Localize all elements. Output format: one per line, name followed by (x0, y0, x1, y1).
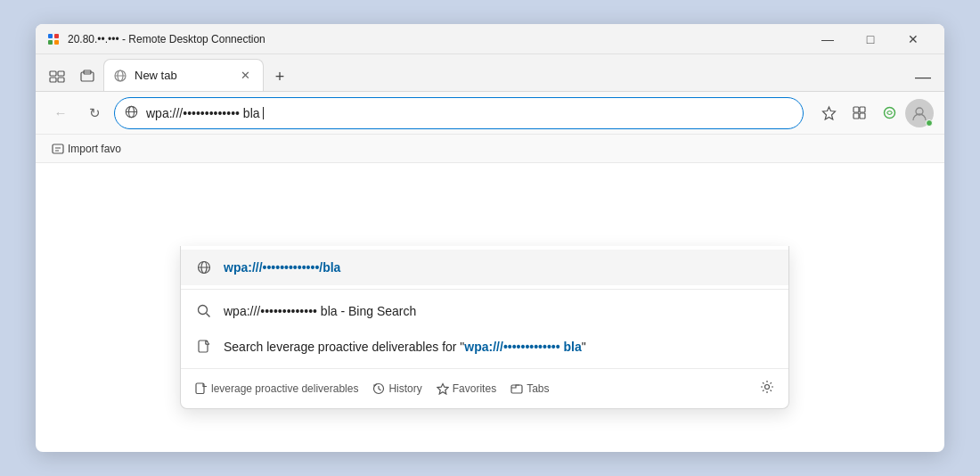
content-wrapper: wpa:///•••••••••••••/bla wpa:///••••••••… (36, 163, 944, 452)
sync-button[interactable] (875, 99, 903, 127)
autocomplete-item-leverage[interactable]: Search leverage proactive deliverables f… (181, 329, 788, 365)
tab-group-icon-1[interactable] (43, 62, 71, 91)
nav-bar: ← ↻ wpa:///••••••••••••• bla (36, 92, 944, 135)
svg-rect-1 (54, 34, 59, 38)
minimize-button[interactable]: — (807, 27, 848, 52)
ac-search-icon (195, 302, 213, 320)
svg-rect-19 (853, 113, 859, 119)
address-cursor (263, 107, 265, 119)
favorites-bar: Import favo (36, 135, 944, 163)
ac-url-strong: wpa:///•••••••••••••/bla (224, 260, 340, 275)
footer-tabs-item[interactable]: Tabs (510, 382, 549, 395)
svg-rect-17 (853, 107, 859, 112)
svg-rect-7 (58, 78, 64, 82)
svg-rect-4 (50, 71, 56, 76)
tab-label: New tab (135, 69, 229, 82)
footer-tabs-label: Tabs (527, 382, 549, 395)
browser-window: 20.80.••.••• - Remote Desktop Connection… (36, 24, 944, 452)
collections-button[interactable] (845, 99, 873, 127)
address-value: wpa:///••••••••••••• bla (146, 106, 260, 120)
new-tab-button[interactable]: + (265, 62, 294, 91)
profile-wrap (905, 99, 934, 127)
ac-search-text: wpa:///••••••••••••• bla - Bing Search (224, 304, 774, 318)
fav-import-label: Import favo (68, 143, 121, 155)
svg-rect-37 (511, 385, 522, 393)
maximize-button[interactable]: □ (850, 27, 891, 52)
ac-leverage-suffix: " (582, 340, 586, 354)
back-button[interactable]: ← (46, 99, 75, 127)
active-tab[interactable]: New tab ✕ (103, 59, 264, 91)
svg-rect-20 (860, 113, 865, 119)
footer-history-item[interactable]: History (372, 382, 421, 395)
svg-rect-18 (860, 107, 865, 112)
svg-rect-5 (58, 71, 64, 76)
address-text: wpa:///••••••••••••• bla (146, 106, 264, 120)
ac-leverage-prefix: Search leverage proactive deliverables f… (224, 340, 464, 354)
title-bar-app-icon (46, 32, 61, 46)
svg-point-29 (199, 306, 208, 315)
autocomplete-footer: leverage proactive deliverables History (181, 373, 788, 405)
ac-leverage-text: Search leverage proactive deliverables f… (224, 340, 774, 354)
autocomplete-dropdown: wpa:///•••••••••••••/bla wpa:///••••••••… (180, 246, 789, 409)
footer-favorites-label: Favorites (453, 382, 496, 395)
ac-url-text: wpa:///•••••••••••••/bla (224, 260, 774, 275)
ac-search-label: wpa:///••••••••••••• bla - Bing Search (224, 304, 416, 318)
title-bar-text: 20.80.••.••• - Remote Desktop Connection (68, 33, 800, 45)
svg-rect-0 (48, 34, 53, 38)
address-bar-container: wpa:///••••••••••••• bla (114, 97, 804, 129)
svg-marker-36 (437, 384, 448, 395)
ac-page-icon (195, 338, 213, 356)
footer-favorites-item[interactable]: Favorites (437, 382, 496, 395)
ac-globe-icon (195, 259, 213, 276)
favorites-button[interactable] (814, 99, 843, 127)
svg-rect-2 (48, 40, 53, 45)
tab-close-button[interactable]: ✕ (236, 67, 254, 85)
close-button[interactable]: ✕ (893, 27, 934, 52)
footer-history-label: History (388, 382, 421, 395)
svg-rect-6 (50, 78, 56, 82)
svg-point-38 (765, 385, 770, 390)
footer-leverage-label: leverage proactive deliverables (211, 382, 358, 395)
tab-group-icon-2[interactable] (73, 62, 102, 91)
svg-marker-16 (822, 107, 835, 119)
address-bar[interactable]: wpa:///••••••••••••• bla (114, 97, 804, 129)
title-bar-controls: — □ ✕ (807, 27, 934, 52)
autocomplete-item-search[interactable]: wpa:///••••••••••••• bla - Bing Search (181, 293, 788, 329)
svg-point-21 (884, 108, 894, 119)
tab-bar: New tab ✕ + — (36, 54, 944, 92)
ac-divider-2 (181, 368, 788, 369)
tab-favicon (113, 69, 127, 83)
ac-divider-1 (181, 289, 788, 290)
address-globe-icon (125, 105, 138, 121)
svg-line-30 (207, 314, 210, 317)
footer-leverage-item[interactable]: leverage proactive deliverables (195, 382, 358, 395)
footer-settings-icon[interactable] (760, 380, 774, 398)
fav-item-import[interactable]: Import favo (46, 141, 127, 157)
profile-status-dot (926, 119, 933, 127)
autocomplete-item-url[interactable]: wpa:///•••••••••••••/bla (181, 250, 788, 285)
svg-rect-3 (54, 40, 59, 45)
nav-actions (814, 99, 934, 127)
tab-minimize: — (909, 62, 937, 91)
ac-leverage-bold: wpa:///••••••••••••• bla (464, 340, 581, 354)
title-bar: 20.80.••.••• - Remote Desktop Connection… (36, 24, 944, 54)
refresh-button[interactable]: ↻ (80, 99, 109, 127)
svg-rect-23 (53, 144, 63, 153)
